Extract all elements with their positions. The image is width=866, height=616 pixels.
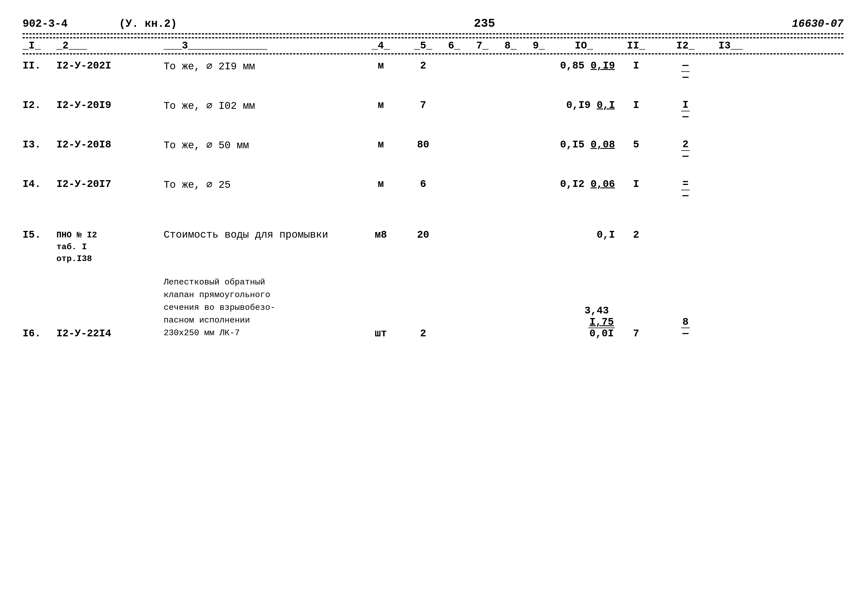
col-header-11: II_ [615,40,657,52]
row-16-price: 3,43 I,75 0,0I [553,305,615,339]
table-row-11: II. I2-У-202I То же, ∅ 2I9 мм м 2 0,85 0… [22,60,844,88]
row-14-qty: 6 [406,178,440,190]
table-row-15: I5. ПНО № I2таб. Iотр.I38 Стоимость воды… [22,229,844,265]
row-12-num: I2. [22,99,57,111]
row-16-col11: 7 [615,328,657,339]
table-row-16: I6. I2-У-22I4 Лепестковый обратный клапа… [22,276,844,339]
header-row: 902-3-4 (У. кн.2) 235 16630-07 [22,17,844,30]
row-15-code: ПНО № I2таб. Iотр.I38 [57,229,164,265]
row-11-total: — — [657,60,714,83]
col-header-8: 8_ [496,40,525,52]
row-14-price: 0,I2 0,06 [553,178,615,190]
row-13-price: 0,I5 0,08 [553,139,615,151]
col-headers: _I_ _2___ ___3_____________ _4_ _5_ 6_ 7… [22,37,844,54]
row-15-col11: 2 [615,229,657,241]
row-16-desc: Лепестковый обратный клапан прямоугольно… [164,276,356,339]
col-header-3: ___3_____________ [164,40,356,52]
row-11-code: I2-У-202I [57,60,164,72]
row-15-unit: м8 [356,229,406,241]
col-header-1: _I_ [22,40,57,52]
header-right: 16630-07 [792,18,844,30]
row-13-col11: 5 [615,139,657,151]
row-15-desc: Стоимость воды для промывки [164,229,356,241]
row-12-code: I2-У-20I9 [57,99,164,111]
row-12-unit: м [356,99,406,111]
row-15-num: I5. [22,229,57,241]
row-13-unit: м [356,139,406,151]
col-header-12: I2_ [657,40,714,52]
row-13-desc: То же, ∅ 50 мм [164,139,356,151]
row-15-qty: 20 [406,229,440,241]
row-16-num: I6. [22,328,57,339]
row-14-desc: То же, ∅ 25 [164,178,356,191]
header-left: 902-3-4 (У. кн.2) [22,18,177,30]
row-14-col11: I [615,178,657,190]
table-row-12: I2. I2-У-20I9 То же, ∅ I02 мм м 7 0,I9 0… [22,99,844,128]
doc-number: 902-3-4 [22,18,68,30]
row-14-total: = — [657,178,714,201]
row-14-num: I4. [22,178,57,190]
row-13-total: 2 — [657,139,714,162]
row-11-qty: 2 [406,60,440,72]
row-13-code: I2-У-20I8 [57,139,164,151]
row-14-unit: м [356,178,406,190]
col-header-6: 6_ [440,40,468,52]
row-11-unit: м [356,60,406,72]
row-12-col11: I [615,99,657,111]
col-header-13: I3__ [714,40,748,52]
row-12-qty: 7 [406,99,440,111]
row-11-price: 0,85 0,I9 [553,60,615,72]
header-center: 235 [474,17,495,30]
page: 902-3-4 (У. кн.2) 235 16630-07 _I_ _2___… [0,0,866,616]
row-16-qty: 2 [406,328,440,339]
row-12-price: 0,I9 0,I [553,99,615,111]
row-12-desc: То же, ∅ I02 мм [164,99,356,112]
row-14-code: I2-У-20I7 [57,178,164,190]
row-13-num: I3. [22,139,57,151]
row-16-unit: шт [356,328,406,339]
row-15-price: 0,I [553,229,615,241]
col-header-10: IO_ [553,40,615,52]
row-11-col11: I [615,60,657,72]
table-row-14: I4. I2-У-20I7 То же, ∅ 25 м 6 0,I2 0,06 … [22,178,844,207]
col-header-5: _5_ [406,40,440,52]
row-16-total: 8 — [657,317,714,339]
row-12-total: I — [657,99,714,123]
row-13-qty: 80 [406,139,440,151]
table-row-13: I3. I2-У-20I8 То же, ∅ 50 мм м 80 0,I5 0… [22,139,844,167]
col-header-2: _2___ [57,40,164,52]
col-header-4: _4_ [356,40,406,52]
col-header-7: 7_ [468,40,496,52]
row-16-code: I2-У-22I4 [57,328,164,339]
col-header-9: 9_ [525,40,553,52]
row-11-num: II. [22,60,57,72]
doc-paren: (У. кн.2) [119,18,177,30]
row-11-desc: То же, ∅ 2I9 мм [164,60,356,72]
dashed-line-1 [22,33,844,35]
